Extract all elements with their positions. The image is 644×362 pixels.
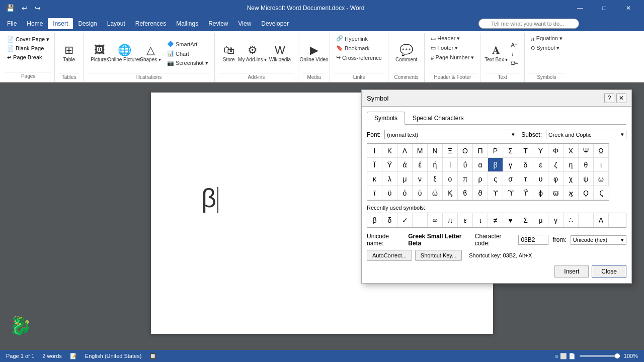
recently-used-cell[interactable]: μ xyxy=(533,213,548,227)
hyperlink-button[interactable]: 🔗 Hyperlink xyxy=(334,34,370,43)
menu-insert[interactable]: Insert xyxy=(48,18,73,29)
symbol-cell[interactable]: ϕ xyxy=(533,186,548,200)
symbol-cell[interactable]: ξ xyxy=(428,172,443,186)
symbol-cell[interactable]: ώ xyxy=(428,186,443,200)
menu-review[interactable]: Review xyxy=(203,18,233,29)
close-dialog-button[interactable]: Close xyxy=(592,265,626,278)
recently-used-cell[interactable] xyxy=(579,213,594,227)
page-number-button[interactable]: # Page Number ▾ xyxy=(429,53,476,62)
tab-special-characters[interactable]: Special Characters xyxy=(405,112,471,125)
symbol-cell[interactable]: γ xyxy=(503,158,518,172)
recently-used-cell[interactable]: δ xyxy=(382,213,397,227)
cross-reference-button[interactable]: ↪ Cross-reference xyxy=(334,53,384,62)
recently-used-cell[interactable]: γ xyxy=(548,213,564,227)
wikipedia-button[interactable]: W Wikipedia xyxy=(266,43,294,64)
symbol-cell[interactable]: ψ xyxy=(579,172,594,186)
symbol-cell[interactable]: Σ xyxy=(503,144,518,158)
symbol-cell[interactable]: ί xyxy=(443,158,458,172)
symbol-cell[interactable]: ϊ xyxy=(367,186,382,200)
comment-button[interactable]: 💬 Comment xyxy=(392,43,420,64)
bookmark-button[interactable]: 🔖 Bookmark xyxy=(334,44,372,52)
equation-button[interactable]: π Equation ▾ xyxy=(529,34,565,43)
recently-used-cell[interactable]: ∞ xyxy=(428,213,443,227)
store-button[interactable]: 🛍 Store xyxy=(219,43,239,64)
symbol-cell[interactable]: ύ xyxy=(413,186,428,200)
recently-used-cell[interactable]: ∴ xyxy=(564,213,579,227)
symbol-cell[interactable]: Ν xyxy=(428,144,443,158)
cover-page-button[interactable]: 📄 Cover Page ▾ xyxy=(5,35,51,44)
symbol-cell[interactable]: ρ xyxy=(473,172,488,186)
textbox-button[interactable]: 𝐀 Text Box ▾ xyxy=(485,43,508,64)
zoom-slider[interactable] xyxy=(580,355,620,357)
symbol-cell[interactable]: ζ xyxy=(548,158,564,172)
symbol-cell[interactable]: ε xyxy=(533,158,548,172)
close-button[interactable]: ✕ xyxy=(617,0,640,16)
symbol-cell[interactable]: Χ xyxy=(564,144,579,158)
symbol-cell[interactable]: ϗ xyxy=(564,186,579,200)
symbol-cell[interactable]: ά xyxy=(397,158,413,172)
symbol-cell[interactable]: Π xyxy=(473,144,488,158)
recently-used-cell[interactable]: ≠ xyxy=(488,213,503,227)
font-select[interactable]: (normal text) ▾ xyxy=(384,130,517,139)
redo-icon[interactable]: ↪ xyxy=(33,3,43,13)
symbol-cell[interactable]: μ xyxy=(397,172,413,186)
symbol-cell[interactable]: Ξ xyxy=(443,144,458,158)
recently-used-cell[interactable]: ♥ xyxy=(503,213,518,227)
symbol-cell[interactable]: Ϛ xyxy=(594,186,609,200)
shortcut-key-button[interactable]: Shortcut Key... xyxy=(415,250,462,261)
symbol-cell[interactable]: Ϙ xyxy=(579,186,594,200)
symbol-cell[interactable]: ϒ xyxy=(488,186,503,200)
language[interactable]: English (United States) xyxy=(85,353,142,359)
wordart-button[interactable]: A↑ xyxy=(509,41,520,49)
symbol-cell[interactable]: Λ xyxy=(397,144,413,158)
symbol-cell[interactable]: έ xyxy=(413,158,428,172)
symbol-cell[interactable]: ϐ xyxy=(458,186,473,200)
symbol-cell[interactable]: τ xyxy=(518,172,533,186)
signature-button[interactable]: Ω= xyxy=(509,59,520,67)
smartart-button[interactable]: 🔷 SmartArt xyxy=(165,40,210,48)
menu-file[interactable]: File xyxy=(2,18,22,29)
menu-layout[interactable]: Layout xyxy=(102,18,130,29)
symbol-cell[interactable]: Κ xyxy=(382,144,397,158)
spell-check-icon[interactable]: 📝 xyxy=(70,353,77,359)
screenshot-button[interactable]: 📷 Screenshot ▾ xyxy=(165,59,210,67)
symbol-cell[interactable]: ϔ xyxy=(518,186,533,200)
dropcap-button[interactable]: ↓ xyxy=(509,50,520,58)
symbol-cell[interactable]: Υ xyxy=(533,144,548,158)
menu-developer[interactable]: Developer xyxy=(256,18,294,29)
autocorrect-button[interactable]: AutoCorrect... xyxy=(367,250,412,261)
page-break-button[interactable]: ↵ Page Break xyxy=(5,53,44,62)
recently-used-cell[interactable]: β xyxy=(367,213,382,227)
symbol-cell[interactable]: η xyxy=(564,158,579,172)
save-icon[interactable]: 💾 xyxy=(4,3,17,13)
header-button[interactable]: ▭ Header ▾ xyxy=(429,34,462,43)
blank-page-button[interactable]: 📄 Blank Page xyxy=(5,44,46,53)
online-pictures-button[interactable]: 🌐 Online Pictures xyxy=(113,43,136,64)
recently-used-cell[interactable]: ✓ xyxy=(397,213,413,227)
symbol-cell[interactable]: β xyxy=(488,158,503,172)
maximize-button[interactable]: □ xyxy=(593,0,616,16)
symbol-cell[interactable]: Ο xyxy=(458,144,473,158)
symbol-cell[interactable]: ό xyxy=(397,186,413,200)
shapes-button[interactable]: △ Shapes ▾ xyxy=(137,43,164,64)
symbol-cell[interactable]: ϑ xyxy=(473,186,488,200)
symbol-cell[interactable]: λ xyxy=(382,172,397,186)
symbol-cell[interactable]: ϓ xyxy=(503,186,518,200)
symbol-cell[interactable]: Τ xyxy=(518,144,533,158)
symbol-cell[interactable]: ϖ xyxy=(548,186,564,200)
chart-button[interactable]: 📊 Chart xyxy=(165,49,210,58)
symbol-cell[interactable]: ι xyxy=(594,158,609,172)
menu-references[interactable]: References xyxy=(130,18,171,29)
symbol-cell[interactable]: ϋ xyxy=(382,186,397,200)
symbol-cell[interactable]: κ xyxy=(367,172,382,186)
symbol-cell[interactable]: Ι xyxy=(367,144,382,158)
symbol-button[interactable]: Ω Symbol ▾ xyxy=(529,44,561,52)
menu-home[interactable]: Home xyxy=(22,18,48,29)
menu-design[interactable]: Design xyxy=(73,18,102,29)
symbol-cell[interactable]: θ xyxy=(579,158,594,172)
recently-used-cell[interactable]: Σ xyxy=(518,213,533,227)
symbol-cell[interactable]: Φ xyxy=(548,144,564,158)
dialog-close-x-button[interactable]: ✕ xyxy=(616,93,626,103)
menu-view[interactable]: View xyxy=(233,18,257,29)
symbol-cell[interactable]: ω xyxy=(594,172,609,186)
